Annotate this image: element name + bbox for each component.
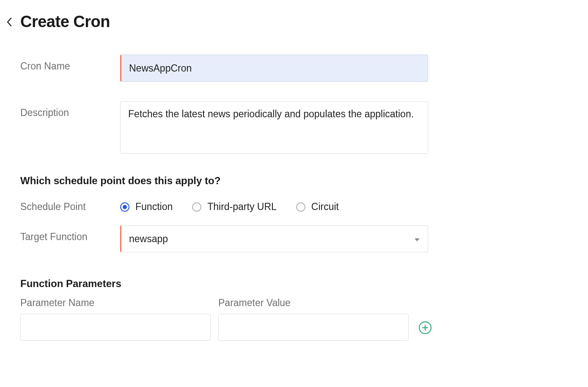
- function-parameters-row: Parameter Name Parameter Value: [20, 297, 588, 341]
- cron-name-row: Cron Name: [20, 55, 588, 82]
- radio-indicator-selected: [120, 202, 129, 212]
- parameter-value-label: Parameter Value: [218, 297, 409, 309]
- plus-icon: [422, 324, 429, 331]
- back-button[interactable]: [4, 17, 14, 27]
- create-cron-form: Cron Name Description Which schedule poi…: [4, 55, 588, 341]
- target-function-label: Target Function: [20, 225, 120, 243]
- target-function-value: newsapp: [129, 233, 168, 245]
- radio-function[interactable]: Function: [120, 201, 173, 213]
- radio-circuit-label: Circuit: [311, 201, 339, 213]
- page-title: Create Cron: [20, 13, 110, 31]
- parameter-value-input[interactable]: [218, 314, 409, 341]
- schedule-point-label: Schedule Point: [20, 199, 120, 213]
- schedule-point-row: Schedule Point Function Third-party URL …: [20, 199, 588, 213]
- parameter-name-col: Parameter Name: [20, 297, 211, 341]
- cron-name-input[interactable]: [120, 55, 428, 82]
- radio-indicator: [296, 202, 305, 212]
- radio-circuit[interactable]: Circuit: [296, 201, 339, 213]
- radio-third-party-url[interactable]: Third-party URL: [192, 201, 277, 213]
- parameter-name-label: Parameter Name: [20, 297, 211, 309]
- radio-third-party-label: Third-party URL: [207, 201, 277, 213]
- parameter-value-col: Parameter Value: [218, 297, 409, 341]
- caret-down-icon: [414, 233, 420, 245]
- description-input[interactable]: [120, 101, 428, 154]
- target-function-row: Target Function newsapp: [20, 225, 588, 252]
- cron-name-label: Cron Name: [20, 55, 120, 72]
- radio-function-label: Function: [135, 201, 173, 213]
- function-parameters-heading: Function Parameters: [20, 278, 588, 290]
- radio-indicator: [192, 202, 201, 212]
- description-row: Description: [20, 101, 588, 155]
- schedule-point-heading: Which schedule point does this apply to?: [20, 175, 588, 187]
- description-label: Description: [20, 101, 120, 119]
- schedule-point-radio-group: Function Third-party URL Circuit: [120, 199, 428, 213]
- target-function-select[interactable]: newsapp: [120, 225, 428, 252]
- function-parameters-section: Function Parameters Parameter Name Param…: [20, 278, 588, 341]
- page-header: Create Cron: [4, 13, 588, 31]
- add-parameter-button[interactable]: [419, 321, 431, 334]
- parameter-name-input[interactable]: [20, 314, 211, 341]
- chevron-left-icon: [6, 17, 12, 27]
